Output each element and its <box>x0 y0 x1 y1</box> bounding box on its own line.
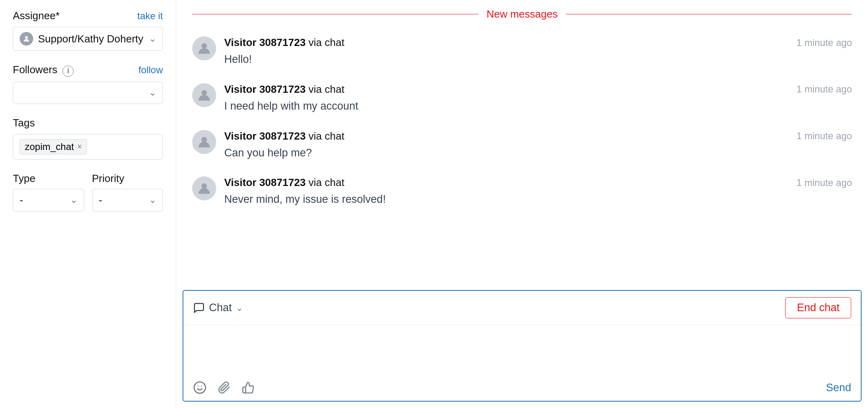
type-chevron-icon: ⌄ <box>70 195 77 205</box>
messages-area: Visitor 30871723 via chat 1 minute ago H… <box>176 28 868 290</box>
tags-label: Tags <box>13 117 35 129</box>
assignee-value: Support/Kathy Doherty <box>38 33 143 45</box>
tag-value: zopim_chat <box>25 141 74 152</box>
message-time: 1 minute ago <box>796 37 852 48</box>
chat-action-icons <box>193 381 255 394</box>
chat-mode-label: Chat <box>209 302 232 314</box>
assignee-label: Assignee* <box>13 10 60 22</box>
svg-point-5 <box>194 382 205 393</box>
message-sender: Visitor 30871723 via chat <box>224 130 344 142</box>
message-avatar <box>192 83 216 107</box>
message-item: Visitor 30871723 via chat 1 minute ago N… <box>192 168 852 215</box>
priority-value: - <box>99 194 102 206</box>
send-button[interactable]: Send <box>826 382 851 394</box>
emoji-icon[interactable] <box>193 381 207 394</box>
type-select[interactable]: - ⌄ <box>13 189 84 212</box>
message-text: Hello! <box>224 52 852 67</box>
message-header: Visitor 30871723 via chat 1 minute ago <box>224 176 852 189</box>
followers-header: Followers i follow <box>13 64 163 77</box>
tags-input[interactable]: zopim_chat × <box>13 134 163 160</box>
message-sender: Visitor 30871723 via chat <box>224 36 344 49</box>
svg-point-4 <box>201 184 207 189</box>
avatar <box>20 32 33 46</box>
svg-point-2 <box>201 90 207 96</box>
chat-mode-selector[interactable]: Chat ⌄ <box>193 302 243 314</box>
message-time: 1 minute ago <box>796 177 852 188</box>
message-item: Visitor 30871723 via chat 1 minute ago C… <box>192 122 852 169</box>
message-time: 1 minute ago <box>796 84 852 95</box>
new-messages-divider: New messages <box>176 0 868 28</box>
priority-chevron-icon: ⌄ <box>149 195 156 205</box>
followers-label: Followers i <box>13 64 74 77</box>
followers-field: Followers i follow ⌄ <box>13 64 163 104</box>
assignee-inner: Support/Kathy Doherty <box>20 32 143 46</box>
message-text: I need help with my account <box>224 99 852 114</box>
divider-line-right <box>566 14 852 15</box>
message-header: Visitor 30871723 via chat 1 minute ago <box>224 130 852 142</box>
message-content: Visitor 30871723 via chat 1 minute ago I… <box>224 83 852 114</box>
message-avatar <box>192 36 216 60</box>
thumbsup-icon[interactable] <box>242 381 255 394</box>
message-content: Visitor 30871723 via chat 1 minute ago N… <box>224 176 852 207</box>
message-item: Visitor 30871723 via chat 1 minute ago I… <box>192 75 852 122</box>
chat-bubble-icon <box>193 302 205 314</box>
type-priority-row: Type - ⌄ Priority - ⌄ <box>13 172 163 212</box>
message-sender: Visitor 30871723 via chat <box>224 83 344 96</box>
message-text: Never mind, my issue is resolved! <box>224 192 852 207</box>
attachment-icon[interactable] <box>218 381 231 394</box>
tags-field: Tags zopim_chat × <box>13 117 163 160</box>
assignee-header: Assignee* take it <box>13 10 163 22</box>
right-panel: New messages Visitor 30871723 via chat 1… <box>176 0 868 408</box>
left-panel: Assignee* take it Support/Kathy Doherty … <box>0 0 176 408</box>
take-it-link[interactable]: take it <box>137 10 163 22</box>
message-time: 1 minute ago <box>796 130 852 142</box>
message-avatar <box>192 176 216 200</box>
message-content: Visitor 30871723 via chat 1 minute ago H… <box>224 36 852 67</box>
priority-col: Priority - ⌄ <box>92 172 163 212</box>
new-messages-label: New messages <box>486 8 558 20</box>
tag-remove-icon[interactable]: × <box>77 142 82 151</box>
followers-chevron-icon: ⌄ <box>149 88 156 98</box>
follow-link[interactable]: follow <box>139 64 163 76</box>
chat-input-area: Chat ⌄ End chat <box>183 290 862 402</box>
assignee-select[interactable]: Support/Kathy Doherty ⌄ <box>13 27 163 51</box>
chat-mode-chevron-icon: ⌄ <box>236 303 243 313</box>
divider-line-left <box>192 14 478 15</box>
assignee-field: Assignee* take it Support/Kathy Doherty … <box>13 10 163 51</box>
tag-item: zopim_chat × <box>20 139 87 154</box>
message-text: Can you help me? <box>224 146 852 161</box>
followers-info-icon[interactable]: i <box>62 66 74 77</box>
svg-point-0 <box>25 36 28 39</box>
message-content: Visitor 30871723 via chat 1 minute ago C… <box>224 130 852 161</box>
message-avatar <box>192 130 216 154</box>
type-label: Type <box>13 172 84 185</box>
assignee-chevron-icon: ⌄ <box>149 34 156 44</box>
chat-toolbar: Chat ⌄ End chat <box>183 291 861 325</box>
end-chat-button[interactable]: End chat <box>785 297 851 318</box>
chat-actions: Send <box>183 376 861 401</box>
message-item: Visitor 30871723 via chat 1 minute ago H… <box>192 28 852 75</box>
followers-select[interactable]: ⌄ <box>13 82 163 104</box>
message-sender: Visitor 30871723 via chat <box>224 176 344 189</box>
tags-header: Tags <box>13 117 163 129</box>
priority-label: Priority <box>92 172 163 185</box>
svg-point-3 <box>201 137 207 142</box>
priority-select[interactable]: - ⌄ <box>92 189 163 212</box>
svg-point-1 <box>201 43 207 49</box>
type-col: Type - ⌄ <box>13 172 84 212</box>
type-value: - <box>20 194 23 206</box>
message-header: Visitor 30871723 via chat 1 minute ago <box>224 36 852 49</box>
message-header: Visitor 30871723 via chat 1 minute ago <box>224 83 852 96</box>
chat-text-input[interactable] <box>183 325 861 373</box>
